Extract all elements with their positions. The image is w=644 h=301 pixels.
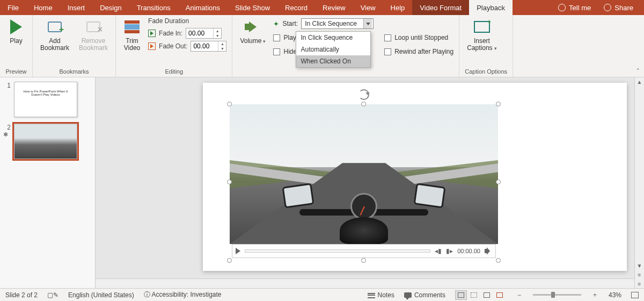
dropdown-toggle[interactable] xyxy=(363,19,372,28)
checkbox-icon xyxy=(273,48,280,55)
insert-captions-label: Insert Captions xyxy=(467,37,492,52)
zoom-level[interactable]: 43% xyxy=(609,291,621,299)
tab-home[interactable]: Home xyxy=(26,0,60,15)
remove-bookmark-label: Remove Bookmark xyxy=(79,38,108,52)
tab-animations[interactable]: Animations xyxy=(178,0,228,15)
fade-out-spinbox[interactable]: ▲▼ xyxy=(191,41,226,52)
chevron-down-icon: ▾ xyxy=(263,39,266,44)
normal-view-button[interactable] xyxy=(455,290,467,300)
comments-button[interactable]: Comments xyxy=(404,291,445,299)
notes-button[interactable]: Notes xyxy=(368,291,394,299)
zoom-out-button[interactable]: − xyxy=(515,291,523,299)
animation-indicator-icon: ✱ xyxy=(3,131,11,138)
group-bookmarks-label: Bookmarks xyxy=(38,68,110,76)
language-indicator[interactable]: English (United States) xyxy=(68,291,134,299)
slide-editor[interactable]: ◂▮ ▮▸ 00:00.00 ▲ ▼ ≡ ≡ xyxy=(96,77,644,288)
rewind-label: Rewind after Playing xyxy=(394,48,453,55)
spin-down-icon[interactable]: ▼ xyxy=(218,46,226,51)
tab-help[interactable]: Help xyxy=(383,0,413,15)
reading-view-button[interactable] xyxy=(481,290,493,300)
start-dropdown[interactable]: In Click Sequence xyxy=(301,18,374,29)
tab-transitions[interactable]: Transitions xyxy=(129,0,178,15)
resize-handle[interactable] xyxy=(496,258,501,263)
video-step-forward-button[interactable]: ▮▸ xyxy=(446,247,453,255)
slide-thumbnail-1[interactable]: How to Fix PowerPoint When It Doesn't Pl… xyxy=(14,82,77,117)
tab-review[interactable]: Review xyxy=(315,0,353,15)
spin-down-icon[interactable]: ▼ xyxy=(214,33,221,38)
rotate-handle[interactable] xyxy=(358,89,369,100)
slide-thumbnail-2[interactable] xyxy=(14,124,77,159)
ribbon: Play Preview Add Bookmark Remove Bookmar… xyxy=(0,15,644,77)
prev-slide-icon[interactable]: ≡ xyxy=(635,270,644,279)
fade-out-input[interactable] xyxy=(191,42,218,50)
share-button[interactable]: Share xyxy=(598,4,639,12)
add-bookmark-label: Add Bookmark xyxy=(40,38,69,52)
trim-video-button[interactable]: Trim Video xyxy=(121,17,143,53)
loop-checkbox[interactable]: Loop until Stopped xyxy=(384,32,453,43)
slideshow-view-button[interactable] xyxy=(494,290,506,300)
video-object[interactable]: ◂▮ ▮▸ 00:00.00 xyxy=(230,104,498,260)
zoom-thumb[interactable] xyxy=(551,292,555,298)
start-value: In Click Sequence xyxy=(305,20,357,27)
accessibility-label: Accessibility: Investigate xyxy=(151,291,221,298)
start-label: Start: xyxy=(282,20,298,27)
fade-in-input[interactable] xyxy=(186,30,213,37)
resize-handle[interactable] xyxy=(496,180,501,184)
tab-video-format[interactable]: Video Format xyxy=(412,0,469,15)
view-buttons xyxy=(455,290,506,300)
sorter-view-button[interactable] xyxy=(468,290,480,300)
video-progress-bar[interactable] xyxy=(245,249,430,253)
rewind-checkbox[interactable]: Rewind after Playing xyxy=(384,46,453,57)
resize-handle[interactable] xyxy=(361,102,366,106)
resize-handle[interactable] xyxy=(227,102,232,106)
spell-check-icon[interactable]: ▢✎ xyxy=(47,291,58,299)
insert-captions-button[interactable]: Insert Captions▾ xyxy=(465,17,499,53)
volume-label: Volume xyxy=(240,37,261,45)
dropdown-item-automatically[interactable]: Automatically xyxy=(296,44,370,55)
dropdown-item-when-clicked-on[interactable]: When Clicked On xyxy=(296,55,370,67)
tab-file[interactable]: File xyxy=(0,0,26,15)
scroll-up-icon[interactable]: ▲ xyxy=(635,77,644,86)
horizontal-scrollbar[interactable] xyxy=(96,278,634,288)
zoom-in-button[interactable]: + xyxy=(591,291,599,299)
fit-to-window-button[interactable] xyxy=(631,292,639,298)
tab-playback[interactable]: Playback xyxy=(469,0,513,15)
thumb-2-preview xyxy=(14,124,77,159)
add-bookmark-button[interactable]: Add Bookmark xyxy=(38,17,71,53)
accessibility-button[interactable]: ⓘ Accessibility: Investigate xyxy=(144,290,222,299)
video-step-back-button[interactable]: ◂▮ xyxy=(435,247,442,255)
tab-design[interactable]: Design xyxy=(92,0,129,15)
chevron-down-icon xyxy=(366,23,370,25)
video-play-button[interactable] xyxy=(236,248,240,254)
notes-label: Notes xyxy=(378,291,394,299)
group-preview-label: Preview xyxy=(5,68,27,76)
vertical-scrollbar[interactable]: ▲ ▼ ≡ ≡ xyxy=(634,77,644,288)
spin-up-icon[interactable]: ▲ xyxy=(218,41,226,46)
video-mute-button[interactable] xyxy=(485,247,492,255)
volume-button[interactable]: Volume▾ xyxy=(238,17,268,46)
chevron-down-icon: ▾ xyxy=(494,46,497,51)
resize-handle[interactable] xyxy=(496,102,501,106)
tell-me[interactable]: Tell me xyxy=(553,4,596,12)
zoom-slider[interactable] xyxy=(533,294,581,296)
group-editing: Trim Video Fade Duration Fade In: ▲▼ Fad… xyxy=(116,15,232,77)
spin-up-icon[interactable]: ▲ xyxy=(214,28,221,33)
scroll-down-icon[interactable]: ▼ xyxy=(635,261,644,270)
resize-handle[interactable] xyxy=(227,180,232,184)
fade-in-icon xyxy=(148,30,156,37)
tab-record[interactable]: Record xyxy=(277,0,315,15)
next-slide-icon[interactable]: ≡ xyxy=(635,280,644,288)
slide-canvas[interactable]: ◂▮ ▮▸ 00:00.00 xyxy=(203,83,627,271)
group-preview: Play Preview xyxy=(0,15,33,77)
tab-insert[interactable]: Insert xyxy=(60,0,93,15)
tab-view[interactable]: View xyxy=(353,0,383,15)
collapse-ribbon-button[interactable]: ˄ xyxy=(636,68,640,75)
slide-indicator[interactable]: Slide 2 of 2 xyxy=(5,291,38,299)
play-button[interactable]: Play xyxy=(5,17,27,46)
resize-handle[interactable] xyxy=(361,258,366,263)
tab-slideshow[interactable]: Slide Show xyxy=(228,0,277,15)
fade-in-spinbox[interactable]: ▲▼ xyxy=(186,28,222,39)
resize-handle[interactable] xyxy=(227,258,232,263)
group-caption-label: Caption Options xyxy=(465,68,507,76)
dropdown-item-in-click-sequence[interactable]: In Click Sequence xyxy=(296,32,370,44)
